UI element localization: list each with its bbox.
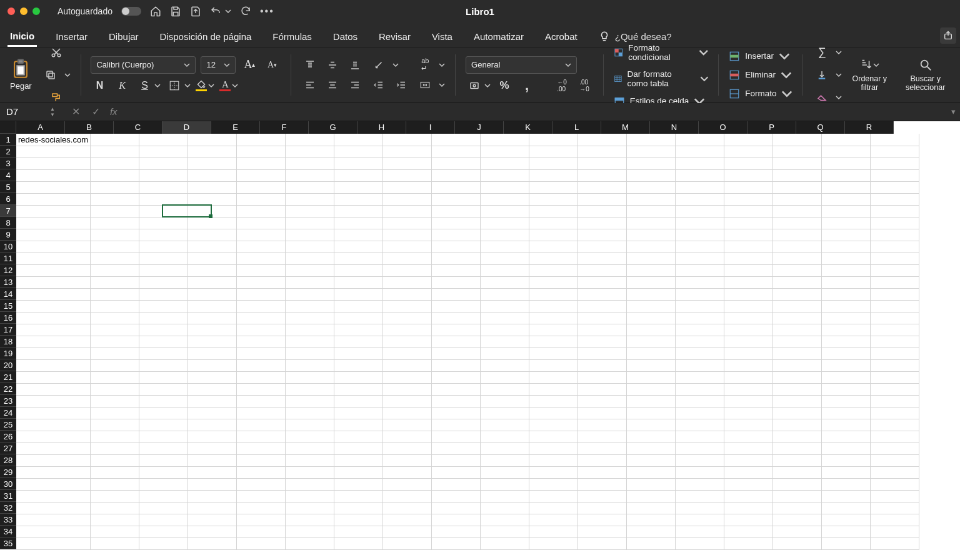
- cell[interactable]: [91, 514, 139, 526]
- cell[interactable]: [91, 359, 139, 371]
- cell[interactable]: [334, 359, 383, 371]
- cell[interactable]: [16, 442, 91, 454]
- cell[interactable]: [334, 276, 383, 288]
- cell[interactable]: [237, 514, 286, 526]
- cell[interactable]: [676, 442, 724, 454]
- cell[interactable]: [578, 169, 627, 181]
- cell[interactable]: [383, 181, 432, 193]
- cell[interactable]: [871, 395, 919, 407]
- cell[interactable]: [383, 288, 432, 300]
- fx-icon[interactable]: fx: [106, 106, 121, 117]
- cell[interactable]: [724, 134, 773, 146]
- cell[interactable]: [334, 336, 383, 348]
- cell[interactable]: [91, 395, 139, 407]
- cell[interactable]: [481, 538, 529, 549]
- cell[interactable]: [773, 395, 822, 407]
- cell[interactable]: [16, 229, 91, 241]
- cell[interactable]: [529, 466, 578, 478]
- cell[interactable]: [334, 419, 383, 431]
- cell[interactable]: [237, 217, 286, 229]
- cell[interactable]: [334, 502, 383, 514]
- cell[interactable]: [188, 146, 237, 158]
- align-left-button[interactable]: [301, 77, 319, 93]
- column-header[interactable]: Q: [796, 121, 845, 134]
- cell[interactable]: [871, 431, 919, 442]
- cell[interactable]: [481, 276, 529, 288]
- row-header[interactable]: 5: [0, 181, 16, 193]
- cell[interactable]: [627, 407, 676, 419]
- cell[interactable]: [286, 478, 334, 490]
- cell[interactable]: [676, 538, 724, 549]
- cell[interactable]: [871, 241, 919, 252]
- cell[interactable]: [676, 241, 724, 252]
- row-header[interactable]: 28: [0, 454, 16, 466]
- cell[interactable]: [91, 490, 139, 502]
- cell[interactable]: [16, 419, 91, 431]
- cell[interactable]: [822, 383, 871, 395]
- cell[interactable]: [383, 324, 432, 336]
- cell[interactable]: [724, 276, 773, 288]
- cell[interactable]: [724, 395, 773, 407]
- cell[interactable]: [237, 526, 286, 538]
- cell[interactable]: [871, 454, 919, 466]
- row-header[interactable]: 6: [0, 193, 16, 205]
- cell[interactable]: [871, 217, 919, 229]
- cell[interactable]: [383, 158, 432, 169]
- more-commands-icon[interactable]: •••: [260, 6, 274, 17]
- cell[interactable]: [627, 264, 676, 276]
- autosum-button[interactable]: ∑: [813, 44, 831, 61]
- row-header[interactable]: 8: [0, 217, 16, 229]
- cell[interactable]: [676, 181, 724, 193]
- row-header[interactable]: 11: [0, 252, 16, 264]
- font-color-dropdown[interactable]: [232, 82, 238, 89]
- cell[interactable]: [139, 348, 188, 359]
- cell[interactable]: [432, 395, 481, 407]
- cell[interactable]: [383, 241, 432, 252]
- column-header[interactable]: L: [552, 121, 601, 134]
- cell[interactable]: [334, 288, 383, 300]
- cell[interactable]: [237, 276, 286, 288]
- row-header[interactable]: 1: [0, 134, 16, 146]
- fill-dropdown[interactable]: [836, 72, 842, 78]
- cell[interactable]: [334, 371, 383, 383]
- cell[interactable]: [578, 217, 627, 229]
- cell[interactable]: [16, 241, 91, 252]
- cell[interactable]: [188, 181, 237, 193]
- cell[interactable]: [91, 383, 139, 395]
- decrease-font-button[interactable]: A▾: [263, 57, 281, 73]
- cell[interactable]: [91, 538, 139, 549]
- cell[interactable]: [91, 252, 139, 264]
- cell[interactable]: [724, 158, 773, 169]
- cell[interactable]: [822, 324, 871, 336]
- cell[interactable]: [871, 264, 919, 276]
- cell[interactable]: [286, 252, 334, 264]
- cell[interactable]: [676, 169, 724, 181]
- cell[interactable]: [188, 158, 237, 169]
- cell[interactable]: [724, 217, 773, 229]
- row-header[interactable]: 35: [0, 538, 16, 549]
- cell[interactable]: [432, 205, 481, 217]
- cell[interactable]: [139, 181, 188, 193]
- cell[interactable]: [822, 288, 871, 300]
- cell[interactable]: [91, 348, 139, 359]
- cell[interactable]: [139, 490, 188, 502]
- cell[interactable]: [432, 359, 481, 371]
- align-bottom-button[interactable]: [346, 57, 364, 73]
- cell[interactable]: [286, 169, 334, 181]
- decrease-decimal-button[interactable]: .00→0: [576, 78, 593, 94]
- cell[interactable]: [773, 466, 822, 478]
- cell[interactable]: [724, 371, 773, 383]
- cell[interactable]: [481, 514, 529, 526]
- italic-button[interactable]: K: [113, 78, 131, 94]
- cell[interactable]: [578, 454, 627, 466]
- cell[interactable]: [871, 478, 919, 490]
- cell[interactable]: [773, 146, 822, 158]
- autosave-toggle[interactable]: [121, 7, 141, 16]
- cell[interactable]: [529, 205, 578, 217]
- cell[interactable]: [383, 371, 432, 383]
- cell[interactable]: [627, 442, 676, 454]
- cell[interactable]: [724, 324, 773, 336]
- cell[interactable]: [188, 514, 237, 526]
- cell[interactable]: [529, 193, 578, 205]
- home-icon[interactable]: [150, 6, 161, 17]
